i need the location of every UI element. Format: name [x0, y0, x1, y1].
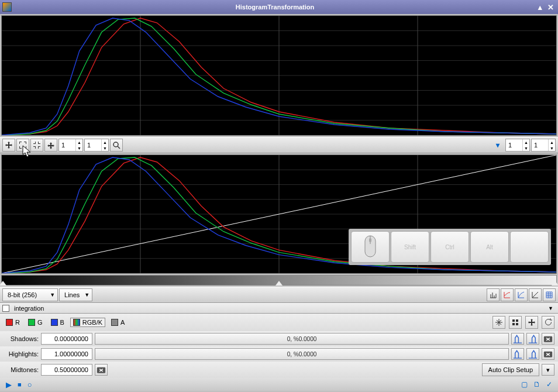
out-vzoom-input[interactable]: [532, 140, 548, 150]
spinner-up-icon[interactable]: ▲: [101, 139, 108, 145]
out-hzoom-spinner[interactable]: ▲▼: [505, 139, 530, 152]
show-mtf-icon[interactable]: [501, 288, 514, 301]
shadows-row: Shadows: 0, %0.0000: [0, 331, 558, 346]
chevron-down-icon: ▼: [50, 292, 55, 298]
highlights-readout[interactable]: 0, %0.0000: [95, 348, 509, 360]
app-icon: [2, 2, 12, 12]
grid-icon[interactable]: [543, 288, 556, 301]
shadows-label: Shadows:: [4, 335, 39, 342]
lock-output-icon[interactable]: [509, 316, 522, 329]
chevron-down-icon[interactable]: ▼: [546, 305, 556, 311]
view-name[interactable]: integration: [12, 305, 543, 312]
browse-docs-icon[interactable]: 🗋: [533, 380, 540, 388]
chevron-down-icon: ▼: [84, 292, 89, 298]
svg-rect-24: [516, 319, 518, 322]
pan-icon[interactable]: [2, 139, 15, 152]
h-zoom-input[interactable]: [59, 140, 75, 150]
svg-line-11: [118, 146, 120, 149]
channel-rgbk[interactable]: RGB/K: [70, 318, 105, 327]
midtones-label: Midtones:: [4, 366, 39, 373]
midtones-row: Midtones: Auto Clip Setup ▾: [0, 362, 558, 378]
highlights-reset-icon[interactable]: [542, 348, 554, 360]
zoom-11-icon[interactable]: [30, 139, 43, 152]
new-instance-icon[interactable]: ○: [27, 380, 32, 389]
view-selector-row: integration ▼: [0, 303, 558, 314]
spinner-up-icon[interactable]: ▲: [548, 139, 555, 145]
shadows-reset-icon[interactable]: [542, 333, 554, 345]
spinner-up-icon[interactable]: ▲: [522, 139, 529, 145]
auto-clip-setup-button[interactable]: Auto Clip Setup: [482, 363, 539, 376]
titlebar: HistogramTransformation ▴ ✕: [0, 0, 558, 14]
ctrl-key-indicator: Ctrl: [430, 231, 469, 263]
out-hzoom-input[interactable]: [506, 140, 522, 150]
svg-point-10: [113, 142, 118, 147]
input-histogram-panel: [1, 15, 557, 136]
alt-key-indicator: Alt: [470, 231, 509, 263]
spinner-down-icon[interactable]: ▼: [548, 145, 555, 151]
shadows-input[interactable]: [41, 333, 92, 345]
shadows-autoclip-high-icon[interactable]: [526, 333, 539, 345]
svg-rect-23: [512, 319, 515, 322]
highlights-row: Highlights: 0, %0.0000: [0, 346, 558, 362]
render-toolbar: 8-bit (256) ▼ Lines ▼: [0, 287, 558, 303]
zoom-in-icon[interactable]: [44, 139, 57, 152]
highlights-autoclip-low-icon[interactable]: [511, 348, 524, 360]
reset-all-icon[interactable]: ✓: [546, 380, 552, 388]
reset-icon[interactable]: [542, 316, 554, 329]
highlights-autoclip-high-icon[interactable]: [526, 348, 539, 360]
shadows-autoclip-low-icon[interactable]: [511, 333, 524, 345]
window-title: HistogramTransformation: [15, 4, 535, 11]
bitdepth-label: 8-bit (256): [8, 291, 37, 298]
shadows-readout[interactable]: 0, %0.0000: [95, 333, 509, 345]
spinner-down-icon[interactable]: ▼: [101, 145, 108, 151]
shade-icon[interactable]: ▴: [535, 2, 545, 12]
channel-b[interactable]: B: [49, 318, 67, 326]
svg-rect-26: [516, 323, 518, 325]
v-zoom-input[interactable]: [85, 140, 101, 150]
shadows-slider-handle[interactable]: [0, 281, 6, 286]
channel-a[interactable]: A: [109, 318, 127, 326]
zoom-toolbar: ▲▼ ▲▼ ▾ ▲▼ ▲▼: [0, 137, 558, 153]
svg-rect-25: [512, 323, 515, 325]
channel-r[interactable]: R: [4, 318, 22, 326]
channel-g[interactable]: G: [26, 318, 45, 326]
readout-mode-icon[interactable]: [492, 316, 505, 329]
highlights-label: Highlights:: [4, 350, 39, 357]
zoom-fit-icon[interactable]: [16, 139, 29, 152]
track-view-icon[interactable]: [525, 316, 538, 329]
process-bar: ▶ ■ ○ ▢ 🗋 ✓: [0, 378, 558, 391]
spinner-up-icon[interactable]: ▲: [75, 139, 82, 145]
show-output-icon[interactable]: [515, 288, 528, 301]
v-zoom-spinner[interactable]: ▲▼: [84, 139, 109, 152]
midtones-input[interactable]: [41, 364, 92, 376]
svg-rect-32: [369, 238, 371, 242]
log-scale-icon[interactable]: [529, 288, 542, 301]
rendermode-label: Lines: [64, 291, 80, 298]
input-overlay: Shift Ctrl Alt: [349, 229, 551, 265]
midtones-slider-track[interactable]: [1, 275, 557, 286]
mouse-indicator-icon: [351, 231, 390, 263]
out-vzoom-spinner[interactable]: ▲▼: [531, 139, 556, 152]
bitdepth-combo[interactable]: 8-bit (256) ▼: [2, 288, 58, 301]
docs-icon[interactable]: ▢: [521, 380, 528, 388]
highlights-slider-handle[interactable]: [552, 281, 558, 286]
spinner-down-icon[interactable]: ▼: [75, 145, 82, 151]
shift-key-indicator: Shift: [391, 231, 429, 263]
apply-global-icon[interactable]: ■: [18, 381, 22, 388]
view-swatch-icon: [2, 305, 9, 312]
midtones-reset-icon[interactable]: [95, 364, 108, 376]
close-icon[interactable]: ✕: [545, 2, 556, 12]
spinner-down-icon[interactable]: ▼: [522, 145, 529, 151]
blank-key-indicator: [510, 231, 549, 263]
midtones-slider-handle[interactable]: [275, 281, 283, 286]
channel-toolbar: R G B RGB/K A: [0, 314, 558, 331]
highlights-input[interactable]: [41, 348, 92, 360]
rendermode-combo[interactable]: Lines ▼: [59, 288, 92, 301]
apply-icon[interactable]: ▶: [6, 380, 12, 389]
h-zoom-spinner[interactable]: ▲▼: [58, 139, 83, 152]
expand-icon[interactable]: ▾: [542, 364, 554, 376]
sync-icon[interactable]: ▾: [491, 139, 504, 152]
show-raw-icon[interactable]: [487, 288, 500, 301]
magnifier-icon[interactable]: [110, 139, 123, 152]
input-histogram-chart: [2, 16, 556, 135]
